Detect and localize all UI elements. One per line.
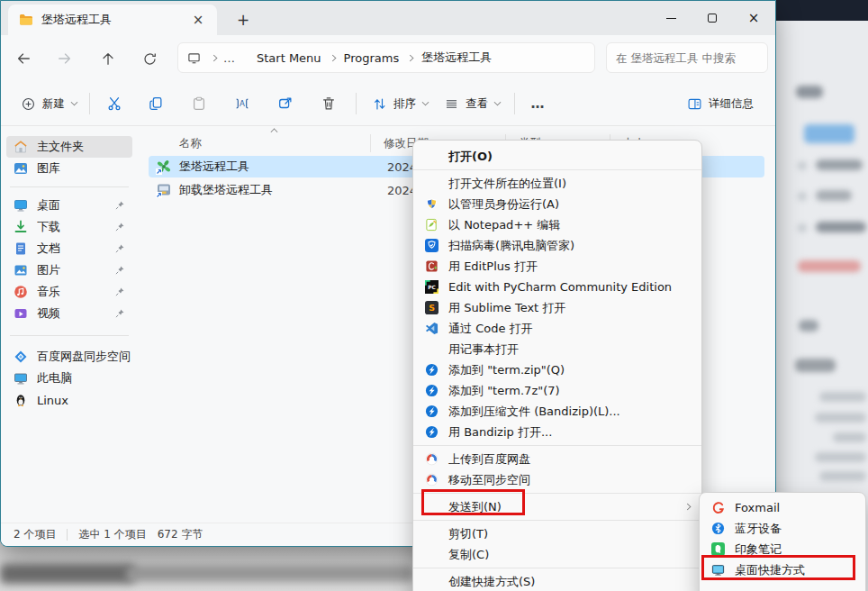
window-controls: × xyxy=(650,1,774,35)
delete-button[interactable] xyxy=(314,89,343,118)
pin-icon xyxy=(114,308,125,319)
breadcrumb-item-start-menu[interactable]: Start Menu xyxy=(255,51,323,65)
menu-item-open-with-bandizip[interactable]: 用 Bandizip 打开... xyxy=(413,422,701,442)
menu-item-open-with-notepad[interactable]: 用记事本打开 xyxy=(413,339,701,359)
sidebar-item-home[interactable]: 主文件夹 xyxy=(6,136,132,158)
sidebar-item-label: 图库 xyxy=(37,160,132,177)
sidebar-item-label: Linux xyxy=(37,394,132,407)
home-icon xyxy=(14,140,28,154)
toolbar-divider xyxy=(89,93,90,114)
menu-item-open-with-vscode[interactable]: 通过 Code 打开 xyxy=(413,318,701,339)
bluetooth-icon xyxy=(710,522,725,536)
bg-blur-text xyxy=(795,359,836,372)
breadcrumb-item-programs[interactable]: Programs xyxy=(342,51,402,65)
paste-button[interactable] xyxy=(185,89,213,118)
maximize-button[interactable] xyxy=(692,1,733,35)
desktop-folder-icon xyxy=(14,198,28,213)
bg-blur-line xyxy=(816,159,863,170)
more-options-icon: … xyxy=(531,95,545,112)
more-options-button[interactable]: … xyxy=(523,89,552,118)
folder-icon xyxy=(19,13,33,27)
view-button-label: 查看 xyxy=(466,96,488,112)
sidebar-item-music[interactable]: 音乐 xyxy=(6,281,132,303)
sidebar-item-desktop[interactable]: 桌面 xyxy=(6,195,132,216)
desktop-blur-blob xyxy=(126,566,414,582)
new-button[interactable]: 新建 xyxy=(15,89,83,118)
column-divider[interactable] xyxy=(370,134,371,152)
sidebar-item-documents[interactable]: 文档 xyxy=(6,238,132,259)
tab-close-icon[interactable]: × xyxy=(188,10,208,30)
menu-item-run-as-admin[interactable]: 以管理员身份运行(A) xyxy=(413,194,701,214)
submenu-item-foxmail[interactable]: Foxmail xyxy=(700,497,865,518)
sidebar-item-label: 主文件夹 xyxy=(37,139,132,155)
menu-item-open[interactable]: 打开(O) xyxy=(413,146,701,167)
menu-item-add-to-7z[interactable]: 添加到 "term.7z"(7) xyxy=(413,380,701,401)
back-button[interactable] xyxy=(12,47,35,70)
sidebar-item-label: 文档 xyxy=(37,241,114,257)
document-icon xyxy=(14,241,28,256)
menu-item-upload-to-baidu[interactable]: 上传到百度网盘 xyxy=(413,449,701,469)
pin-icon xyxy=(114,222,125,232)
sidebar-item-downloads[interactable]: 下载 xyxy=(6,216,132,238)
new-tab-button[interactable]: + xyxy=(231,8,255,32)
menu-item-cut[interactable]: 剪切(T) xyxy=(413,523,701,544)
sidebar-item-gallery[interactable]: 图库 xyxy=(6,158,132,179)
details-pane-button[interactable]: 详细信息 xyxy=(682,89,761,118)
menu-item-add-to-archive[interactable]: 添加到压缩文件 (Bandizip)(L)... xyxy=(413,401,701,422)
column-header-name[interactable]: 名称 xyxy=(179,136,202,151)
forward-button[interactable] xyxy=(53,47,77,70)
selection-size: 672 字节 xyxy=(158,527,203,542)
sidebar-item-linux[interactable]: Linux xyxy=(6,389,132,411)
breadcrumb-ellipsis[interactable]: … xyxy=(223,51,236,65)
chevron-down-icon xyxy=(422,99,429,106)
view-button[interactable]: 查看 xyxy=(439,89,506,118)
sidebar-item-label: 百度网盘同步空间 xyxy=(37,349,132,365)
notepad-plus-plus-icon xyxy=(424,218,439,232)
bg-blur-line xyxy=(816,222,866,232)
sort-arrows-icon xyxy=(372,96,387,112)
sidebar-item-pictures[interactable]: 图片 xyxy=(6,259,132,281)
menu-divider xyxy=(413,520,701,521)
menu-item-edit-with-notepad-plus-plus[interactable]: 以 Notepad++ 编辑 xyxy=(413,214,701,235)
baidu-sync-icon xyxy=(14,350,28,364)
download-icon xyxy=(14,220,28,234)
breadcrumb-chevron-icon xyxy=(211,54,218,61)
menu-item-scan-virus-tencent[interactable]: 扫描病毒(腾讯电脑管家) xyxy=(413,235,701,256)
submenu-item-bluetooth[interactable]: 蓝牙设备 xyxy=(700,518,865,539)
menu-item-open-with-sublime[interactable]: S 用 Sublime Text 打开 xyxy=(413,297,701,318)
sidebar-item-this-pc[interactable]: 此电脑 xyxy=(6,368,132,389)
bandizip-icon xyxy=(424,363,439,377)
address-bar[interactable]: … Start Menu Programs 堡塔远程工具 xyxy=(177,42,595,73)
minimize-button[interactable] xyxy=(650,1,692,35)
close-button[interactable]: × xyxy=(733,1,774,35)
sidebar-item-videos[interactable]: 视频 xyxy=(6,303,132,324)
bg-blur-red-bar xyxy=(798,260,861,272)
share-button[interactable] xyxy=(271,89,300,118)
rename-button[interactable]: A xyxy=(228,89,257,118)
menu-item-create-shortcut[interactable]: 创建快捷方式(S) xyxy=(413,571,701,591)
baidu-netdisk-icon xyxy=(424,473,439,487)
explorer-tab[interactable]: 堡塔远程工具 × xyxy=(8,5,217,35)
breadcrumb-item-current[interactable]: 堡塔远程工具 xyxy=(420,50,493,66)
menu-item-open-with-editplus[interactable]: 用 EditPlus 打开 xyxy=(413,256,701,277)
gallery-icon xyxy=(14,161,28,176)
selection-count: 选中 1 个项目 xyxy=(78,527,146,542)
sidebar-item-baidu-sync[interactable]: 百度网盘同步空间 xyxy=(6,346,132,368)
menu-item-open-file-location[interactable]: 打开文件所在的位置(I) xyxy=(413,173,701,194)
no-icon xyxy=(424,575,439,589)
sort-button[interactable]: 排序 xyxy=(366,89,434,118)
refresh-button[interactable] xyxy=(138,47,161,70)
file-name: 卸载堡塔远程工具 xyxy=(179,182,273,198)
chevron-down-icon xyxy=(494,99,502,106)
menu-item-add-to-zip[interactable]: 添加到 "term.zip"(Q) xyxy=(413,359,701,380)
menu-item-edit-with-pycharm[interactable]: PC Edit with PyCharm Community Edition xyxy=(413,277,701,297)
search-input[interactable] xyxy=(616,51,758,65)
copy-button[interactable] xyxy=(141,89,170,118)
item-count: 2 个项目 xyxy=(14,527,56,542)
menu-item-copy[interactable]: 复制(C) xyxy=(413,544,701,565)
cut-button[interactable] xyxy=(100,89,129,118)
up-button[interactable] xyxy=(96,47,120,70)
menu-item-move-to-sync-space[interactable]: 移动至同步空间 xyxy=(413,469,701,490)
menu-divider xyxy=(413,568,701,568)
chevron-down-icon xyxy=(71,99,78,106)
